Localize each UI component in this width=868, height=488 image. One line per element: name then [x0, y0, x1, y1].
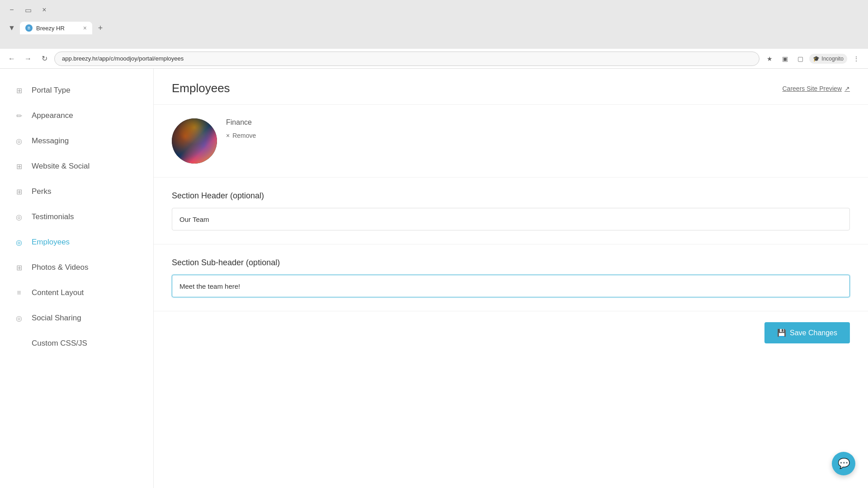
avatar-overlay	[172, 118, 217, 164]
sidebar-item-portal-type[interactable]: ⊞ Portal Type	[0, 78, 153, 103]
sidebar-item-perks[interactable]: ⊞ Perks	[0, 179, 153, 204]
address-bar[interactable]	[54, 52, 760, 66]
section-header-input[interactable]	[172, 208, 850, 230]
nav-label-appearance: Appearance	[32, 111, 73, 120]
employee-department: Finance	[226, 118, 850, 127]
minimize-button[interactable]: −	[5, 4, 18, 16]
nav-label-photos-videos: Photos & Videos	[32, 263, 88, 272]
section-subheader-label: Section Sub-header (optional)	[172, 258, 850, 267]
save-label: Save Changes	[790, 329, 837, 337]
chat-icon: 💬	[838, 458, 850, 469]
save-changes-button[interactable]: 💾 Save Changes	[764, 322, 850, 343]
back-button[interactable]: ←	[5, 52, 18, 65]
nav-icon-messaging: ◎	[13, 135, 25, 147]
incognito-label: Incognito	[821, 56, 844, 62]
browser-chrome: − ▭ × ▼ B Breezy HR × +	[0, 0, 868, 49]
sidebar-item-appearance[interactable]: ✏ Appearance	[0, 103, 153, 128]
nav-label-messaging: Messaging	[32, 136, 69, 145]
nav-label-content-layout: Content Layout	[32, 288, 84, 297]
tab-bar: ▼ B Breezy HR × +	[0, 20, 868, 36]
avatar-image	[172, 118, 217, 164]
extensions-button[interactable]: ▣	[778, 52, 791, 65]
external-link-icon: ↗	[844, 85, 850, 92]
save-area: 💾 Save Changes	[154, 311, 868, 354]
employee-info: Finance × Remove	[226, 118, 850, 139]
title-bar: − ▭ ×	[0, 0, 868, 20]
careers-site-preview-link[interactable]: Careers Site Preview ↗	[783, 85, 850, 92]
incognito-icon: 🎓	[813, 56, 820, 62]
avatar	[172, 118, 217, 164]
nav-label-website-social: Website & Social	[32, 162, 90, 171]
sidebar-item-social-sharing[interactable]: ◎ Social Sharing	[0, 305, 153, 331]
careers-preview-label: Careers Site Preview	[783, 85, 842, 92]
nav-icon-employees: ◎	[13, 236, 25, 249]
nav-icon-custom-css-js	[13, 337, 25, 350]
menu-button[interactable]: ⋮	[850, 52, 863, 65]
nav-label-perks: Perks	[32, 187, 51, 196]
section-header-form: Section Header (optional)	[154, 178, 868, 244]
browser-tab[interactable]: B Breezy HR ×	[20, 22, 92, 34]
new-tab-button[interactable]: +	[94, 22, 107, 34]
maximize-button[interactable]: ▭	[22, 4, 34, 16]
reload-button[interactable]: ↻	[38, 52, 51, 65]
profile-button[interactable]: ▢	[794, 52, 807, 65]
remove-icon: ×	[226, 132, 230, 139]
nav-icon-appearance: ✏	[13, 109, 25, 122]
sidebar-item-photos-videos[interactable]: ⊞ Photos & Videos	[0, 255, 153, 280]
forward-button[interactable]: →	[22, 52, 34, 65]
sidebar-item-messaging[interactable]: ◎ Messaging	[0, 128, 153, 154]
save-icon: 💾	[777, 328, 786, 337]
tab-title: Breezy HR	[36, 25, 65, 32]
tab-close-button[interactable]: ×	[83, 24, 87, 32]
sidebar: ⊞ Portal Type ✏ Appearance ◎ Messaging ⊞…	[0, 69, 154, 488]
close-button[interactable]: ×	[38, 4, 51, 16]
nav-icon-content-layout: ≡	[13, 286, 25, 299]
browser-nav-icons: ★ ▣ ▢ 🎓 Incognito ⋮	[763, 52, 863, 65]
sidebar-item-employees[interactable]: ◎ Employees	[0, 230, 153, 255]
sidebar-item-testimonials[interactable]: ◎ Testimonials	[0, 204, 153, 230]
page-header: Employees Careers Site Preview ↗	[154, 69, 868, 105]
nav-icon-perks: ⊞	[13, 185, 25, 198]
section-subheader-input[interactable]	[172, 275, 850, 297]
section-subheader-form: Section Sub-header (optional)	[154, 244, 868, 311]
nav-label-employees: Employees	[32, 238, 70, 247]
app-layout: ⊞ Portal Type ✏ Appearance ◎ Messaging ⊞…	[0, 69, 868, 488]
sidebar-item-website-social[interactable]: ⊞ Website & Social	[0, 154, 153, 179]
nav-icon-portal-type: ⊞	[13, 84, 25, 97]
bookmark-button[interactable]: ★	[763, 52, 776, 65]
sidebar-item-content-layout[interactable]: ≡ Content Layout	[0, 280, 153, 305]
tab-favicon: B	[25, 24, 33, 32]
nav-bar: ← → ↻ ★ ▣ ▢ 🎓 Incognito ⋮	[0, 49, 868, 69]
main-content: Employees Careers Site Preview ↗ Finance…	[154, 69, 868, 488]
tab-dropdown-button[interactable]: ▼	[5, 22, 18, 34]
nav-label-testimonials: Testimonials	[32, 212, 74, 221]
section-header-label: Section Header (optional)	[172, 191, 850, 201]
nav-icon-photos-videos: ⊞	[13, 261, 25, 274]
employee-card: Finance × Remove	[172, 114, 850, 168]
remove-label: Remove	[232, 132, 256, 139]
incognito-badge: 🎓 Incognito	[809, 54, 847, 64]
nav-icon-website-social: ⊞	[13, 160, 25, 173]
chat-support-button[interactable]: 💬	[832, 452, 855, 475]
sidebar-item-custom-css-js[interactable]: Custom CSS/JS	[0, 331, 153, 356]
remove-employee-button[interactable]: × Remove	[226, 132, 256, 139]
nav-icon-testimonials: ◎	[13, 211, 25, 223]
nav-label-portal-type: Portal Type	[32, 86, 71, 95]
employee-section: Finance × Remove	[154, 105, 868, 178]
nav-label-custom-css-js: Custom CSS/JS	[32, 339, 87, 348]
nav-icon-social-sharing: ◎	[13, 312, 25, 324]
page-title: Employees	[172, 81, 230, 95]
window-controls: − ▭ ×	[5, 4, 51, 16]
nav-label-social-sharing: Social Sharing	[32, 314, 81, 323]
